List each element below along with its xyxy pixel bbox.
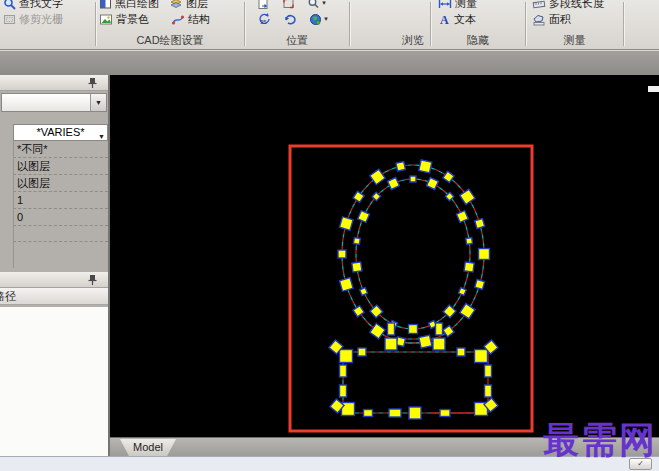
svg-text:35: 35: [260, 19, 267, 25]
grip-point[interactable]: [360, 288, 368, 296]
grip-point[interactable]: [339, 217, 353, 231]
property-row[interactable]: 0: [13, 209, 108, 226]
structure-button[interactable]: 结构: [171, 12, 210, 27]
grip-point[interactable]: [353, 191, 364, 202]
varies-dropdown[interactable]: *VARIES* ▼: [13, 124, 108, 141]
grip-point[interactable]: [352, 262, 362, 272]
grip-point[interactable]: [458, 288, 466, 296]
properties-list: *VARIES* ▼ *不同* 以图层 以图层 1 0: [0, 124, 108, 268]
grip-point[interactable]: [396, 162, 406, 172]
grip-point[interactable]: [485, 365, 492, 377]
path-list-body[interactable]: [0, 307, 108, 456]
grip-point[interactable]: [443, 171, 454, 182]
grip-point[interactable]: [460, 304, 475, 319]
bw-drawing-button[interactable]: 黑白绘图: [99, 0, 159, 11]
property-row[interactable]: 以图层: [13, 158, 108, 175]
pin-icon[interactable]: [87, 274, 98, 286]
grip-point[interactable]: [440, 410, 450, 417]
grip-point[interactable]: [358, 211, 370, 223]
rotate-35-button[interactable]: 35: [257, 12, 271, 26]
property-row[interactable]: 1: [13, 192, 108, 209]
grip-point[interactable]: [409, 407, 421, 419]
back-view-button[interactable]: [283, 12, 297, 26]
status-notify-button[interactable]: ✓: [629, 458, 652, 470]
ribbon-group-browse: 浏览: [350, 0, 430, 50]
grip-point[interactable]: [475, 350, 488, 363]
grip-point[interactable]: [389, 409, 401, 417]
grip-point[interactable]: [419, 335, 432, 348]
grip-point[interactable]: [433, 338, 445, 350]
layers-label: 图层: [186, 0, 208, 11]
tab-model[interactable]: Model: [120, 439, 176, 456]
grip-point[interactable]: [409, 325, 418, 334]
path-palette: 路径: [0, 272, 108, 456]
grip-point[interactable]: [436, 323, 443, 335]
pin-icon[interactable]: [87, 77, 98, 89]
globe-button[interactable]: ▼: [309, 12, 329, 26]
grip-point[interactable]: [466, 238, 473, 245]
svg-text:A: A: [440, 13, 449, 26]
grip-point[interactable]: [475, 279, 485, 289]
grip-point[interactable]: [475, 219, 485, 229]
property-row[interactable]: *不同*: [13, 141, 108, 158]
globe-icon: [309, 13, 322, 26]
scrollbar-mark: [648, 86, 659, 92]
grip-point[interactable]: [460, 189, 475, 204]
polyline-length-label: 多段线长度: [549, 0, 604, 11]
area-button[interactable]: 面积: [532, 12, 623, 27]
grip-point[interactable]: [370, 323, 385, 338]
zoom-icon: [307, 0, 320, 10]
layers-icon: [169, 0, 183, 10]
grip-point[interactable]: [485, 385, 492, 397]
grip-point[interactable]: [338, 250, 346, 258]
path-column-header[interactable]: 路径: [0, 288, 108, 305]
page-position-button[interactable]: [257, 0, 270, 10]
bg-color-label: 背景色: [116, 12, 149, 27]
grip-point[interactable]: [388, 323, 395, 335]
grip-point[interactable]: [479, 249, 490, 260]
combobox-arrow-icon[interactable]: ▼: [90, 94, 106, 111]
grip-point[interactable]: [410, 176, 416, 182]
extents-button[interactable]: [282, 0, 295, 10]
measure-button[interactable]: 测量: [438, 0, 525, 11]
trim-raster-button[interactable]: 修剪光栅: [3, 12, 95, 27]
grip-point[interactable]: [464, 262, 474, 272]
grip-point[interactable]: [353, 306, 364, 317]
layout-tab-bar: Model: [110, 437, 659, 456]
grip-point[interactable]: [340, 350, 353, 363]
bg-color-button[interactable]: 背景色: [99, 12, 149, 27]
grip-point[interactable]: [388, 178, 400, 190]
toolbar-gap-bar: [0, 51, 659, 75]
grip-point[interactable]: [340, 365, 347, 377]
zoom-dropdown-arrow-icon[interactable]: ▼: [321, 0, 327, 6]
grip-point[interactable]: [339, 278, 353, 292]
grip-point[interactable]: [385, 338, 397, 350]
drawing-canvas[interactable]: [110, 75, 659, 437]
properties-palette: ▼ *VARIES* ▼ *不同* 以图层 以图层 1 0 路径: [0, 75, 110, 456]
property-row[interactable]: 以图层: [13, 175, 108, 192]
grip-point[interactable]: [443, 325, 454, 336]
find-text-button[interactable]: 查找文字: [3, 0, 95, 11]
trim-raster-label: 修剪光栅: [19, 12, 63, 27]
globe-dropdown-arrow-icon[interactable]: ▼: [323, 16, 329, 22]
grip-point[interactable]: [457, 348, 465, 356]
grip-point[interactable]: [358, 348, 366, 356]
zoom-button[interactable]: ▼: [307, 0, 327, 10]
layers-button[interactable]: 图层: [169, 0, 208, 11]
bw-drawing-icon: [99, 0, 112, 10]
grip-point[interactable]: [364, 410, 373, 417]
grip-point[interactable]: [419, 160, 432, 173]
area-icon: [532, 13, 546, 26]
polyline-length-button[interactable]: 多段线长度: [532, 0, 623, 11]
text-button[interactable]: A 文本: [438, 12, 525, 27]
grip-point[interactable]: [426, 178, 438, 190]
hide-group-label: 隐藏: [431, 33, 525, 48]
object-type-combobox[interactable]: ▼: [1, 93, 107, 112]
measure-group-label: 测量: [526, 33, 623, 48]
grip-point[interactable]: [353, 238, 360, 245]
find-text-label: 查找文字: [19, 0, 63, 11]
grip-point[interactable]: [370, 169, 385, 184]
grip-point[interactable]: [456, 211, 468, 223]
grip-point[interactable]: [340, 385, 347, 397]
cad-drawing[interactable]: [110, 75, 659, 437]
